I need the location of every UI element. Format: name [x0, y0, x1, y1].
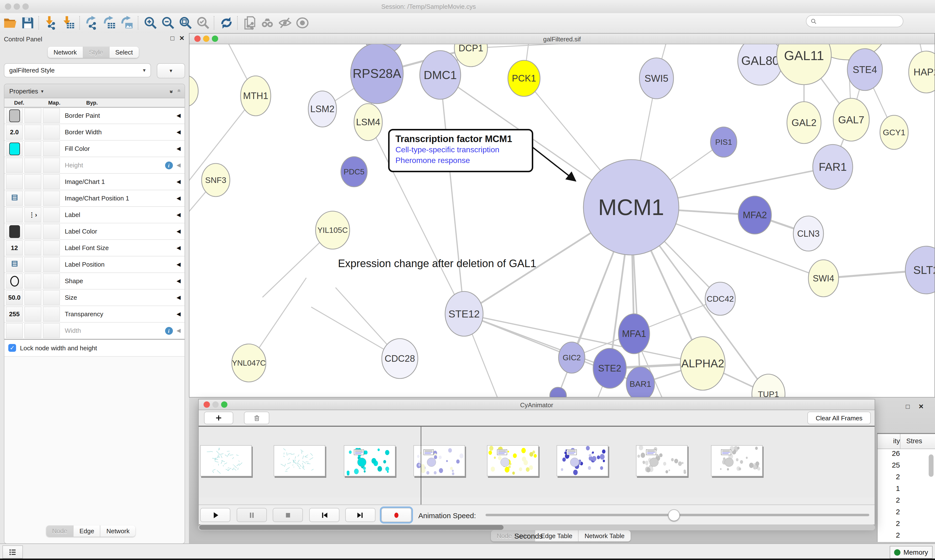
table-scrollbar[interactable] [929, 451, 935, 538]
property-row-size[interactable]: 50.0Size◀ [5, 289, 185, 306]
network-node-RPS28A[interactable]: RPS28A [350, 44, 403, 104]
network-node-PDC5[interactable]: PDC5 [341, 157, 367, 187]
zoom-in-icon[interactable] [143, 15, 158, 30]
close-panel-icon[interactable]: ✕ [179, 35, 185, 42]
pause-button[interactable] [237, 508, 267, 522]
network-node-STE12[interactable]: STE12 [445, 291, 483, 336]
add-frame-button[interactable] [204, 412, 233, 424]
network-node-SWI5[interactable]: SWI5 [639, 58, 673, 99]
network-node-MCM1[interactable]: MCM1 [583, 160, 679, 255]
property-row-label-font-size[interactable]: 12Label Font Size◀ [5, 240, 185, 256]
table-row[interactable]: 2 [878, 472, 935, 484]
property-row-shape[interactable]: Shape◀ [5, 273, 185, 289]
tab-node[interactable]: Node [46, 525, 74, 537]
expand-row-icon[interactable]: ◀ [176, 245, 181, 251]
expand-row-icon[interactable]: ◀ [176, 146, 181, 152]
tab-network-table[interactable]: Network Table [579, 530, 630, 542]
properties-menu-icon[interactable]: ▾ [41, 88, 43, 94]
network-node-MFA1[interactable]: MFA1 [619, 314, 650, 354]
network-node-GAL7[interactable]: GAL7 [833, 98, 869, 141]
annotation-box[interactable]: Transcription factor MCM1 Cell-type-spec… [388, 129, 533, 172]
tab-select[interactable]: Select [110, 47, 139, 58]
property-row-border-width[interactable]: 2.0Border Width◀ [5, 124, 185, 141]
network-node-SNF3[interactable]: SNF3 [202, 163, 230, 197]
memory-button[interactable]: Memory [890, 546, 933, 558]
column-header-stress[interactable]: Stres [900, 434, 922, 449]
property-row-label[interactable]: ⋮›Label◀ [5, 207, 185, 223]
network-node-smallp[interactable] [550, 387, 566, 397]
refresh-icon[interactable] [219, 15, 234, 30]
network-node-YNL047C[interactable]: YNL047C [232, 344, 266, 382]
table-row[interactable]: 2 [878, 531, 935, 543]
tab-network[interactable]: Network [48, 47, 83, 58]
frame-thumbnail-8[interactable] [711, 445, 762, 476]
timeline-playhead[interactable] [421, 427, 421, 505]
previous-frame-button[interactable] [309, 508, 339, 522]
expand-row-icon[interactable]: ◀ [176, 212, 181, 218]
animation-speed-thumb[interactable] [668, 509, 680, 521]
frame-thumbnail-3[interactable] [344, 445, 395, 476]
property-row-width[interactable]: Widthi◀ [5, 323, 185, 339]
table-row[interactable]: 2 [878, 519, 935, 531]
network-node-MTH1[interactable]: MTH1 [241, 76, 271, 116]
annotation-link[interactable]: Pheromone response [395, 155, 526, 166]
zoom-fit-icon[interactable] [178, 15, 193, 30]
network-node-GAL80[interactable]: GAL80 [738, 44, 782, 85]
expand-row-icon[interactable]: ◀ [176, 311, 181, 317]
expand-all-icon[interactable]: ›› [168, 90, 175, 92]
property-row-border-paint[interactable]: Border Paint◀ [5, 108, 185, 124]
zoom-out-icon[interactable] [161, 15, 175, 30]
expand-row-icon[interactable]: ◀ [176, 195, 181, 202]
style-options-button[interactable]: ▾ [157, 63, 185, 78]
clear-all-frames-button[interactable]: Clear All Frames [807, 412, 871, 424]
network-node-LSM4[interactable]: LSM4 [354, 104, 382, 141]
frame-thumbnail-6[interactable] [557, 445, 608, 476]
network-node-CDC28[interactable]: CDC28 [382, 338, 418, 378]
table-row[interactable]: 25 [878, 461, 935, 472]
property-row-image-chart-position-1[interactable]: Image/Chart Position 1◀ [5, 190, 185, 207]
frame-thumbnail-4[interactable] [413, 445, 465, 476]
info-icon[interactable]: i [165, 161, 173, 169]
horizontal-scrollbar[interactable] [198, 525, 875, 530]
table-row[interactable]: 2 [878, 508, 935, 519]
open-session-icon[interactable] [3, 15, 17, 30]
network-node-LSM2[interactable]: LSM2 [308, 91, 336, 127]
frame-thumbnail-1[interactable] [200, 445, 252, 476]
tab-edge[interactable]: Edge [74, 525, 100, 537]
table-row[interactable]: 2 [878, 496, 935, 508]
network-node-leftcut[interactable] [190, 75, 198, 106]
network-node-ALPHA2[interactable]: ALPHA2 [680, 337, 725, 390]
float-panel-icon[interactable]: □ [906, 403, 910, 410]
show-all-icon[interactable] [295, 15, 310, 30]
network-node-GCY1[interactable]: GCY1 [880, 115, 908, 149]
property-row-fill-color[interactable]: Fill Color◀ [5, 141, 185, 157]
import-network-icon[interactable] [44, 15, 59, 30]
tab-network[interactable]: Network [100, 525, 136, 537]
frame-thumbnail-5[interactable] [487, 445, 538, 476]
style-selector[interactable]: galFiltered Style ▾ [4, 63, 151, 77]
zoom-selected-icon[interactable] [196, 15, 210, 30]
checkbox-checked-icon[interactable]: ✓ [8, 344, 16, 352]
network-edge[interactable] [440, 75, 464, 314]
property-row-transparency[interactable]: 255Transparency◀ [5, 306, 185, 323]
import-table-icon[interactable] [61, 15, 76, 30]
table-row[interactable]: 26 [878, 449, 935, 461]
network-node-STE2[interactable]: STE2 [593, 348, 626, 388]
export-table-icon[interactable] [102, 15, 117, 30]
export-network-icon[interactable] [85, 15, 99, 30]
network-node-SWI4[interactable]: SWI4 [808, 260, 839, 297]
network-node-GAL11[interactable]: GAL11 [777, 44, 831, 85]
network-node-CLN3[interactable]: CLN3 [793, 216, 824, 251]
network-node-GAL2[interactable]: GAL2 [787, 102, 821, 143]
property-row-label-color[interactable]: Label Color◀ [5, 223, 185, 240]
search-input[interactable] [817, 16, 903, 26]
expand-row-icon[interactable]: ◀ [176, 261, 181, 268]
expand-row-icon[interactable]: ◀ [176, 162, 181, 168]
frame-thumbnail-2[interactable] [274, 445, 325, 476]
expand-row-icon[interactable]: ◀ [176, 178, 181, 185]
save-session-icon[interactable] [20, 15, 35, 30]
close-panel-icon[interactable]: ✕ [918, 403, 924, 410]
column-header-ity[interactable]: ity [878, 434, 900, 449]
expand-row-icon[interactable]: ◀ [176, 112, 181, 119]
property-row-label-position[interactable]: Label Position◀ [5, 256, 185, 273]
